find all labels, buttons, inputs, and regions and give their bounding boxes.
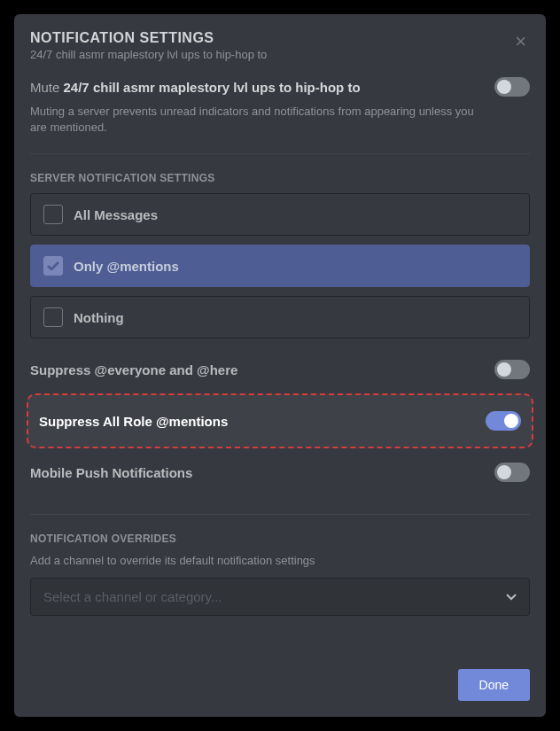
modal-title: NOTIFICATION SETTINGS bbox=[30, 30, 267, 46]
mobile-push-row: Mobile Push Notifications bbox=[30, 448, 530, 496]
mute-prefix: Mute bbox=[30, 80, 64, 95]
mobile-push-label: Mobile Push Notifications bbox=[30, 465, 192, 480]
radio-only-mentions[interactable]: Only @mentions bbox=[30, 245, 530, 287]
modal-footer: Done bbox=[458, 669, 530, 701]
mobile-push-toggle[interactable] bbox=[494, 463, 530, 482]
mute-server-section: Mute 24/7 chill asmr maplestory lvl ups … bbox=[30, 77, 530, 136]
select-placeholder: Select a channel or category... bbox=[43, 589, 222, 604]
server-notification-settings-label: SERVER NOTIFICATION SETTINGS bbox=[30, 172, 530, 184]
checkbox-icon bbox=[43, 256, 63, 276]
checkbox-icon bbox=[43, 205, 63, 224]
mute-server-description: Muting a server prevents unread indicato… bbox=[30, 104, 491, 136]
notification-overrides-label: NOTIFICATION OVERRIDES bbox=[30, 533, 530, 545]
divider bbox=[30, 514, 530, 515]
mute-server-toggle[interactable] bbox=[494, 77, 530, 97]
divider bbox=[30, 153, 530, 154]
notification-settings-modal: NOTIFICATION SETTINGS 24/7 chill asmr ma… bbox=[14, 14, 546, 717]
suppress-everyone-label: Suppress @everyone and @here bbox=[30, 362, 237, 377]
suppress-roles-row: Suppress All Role @mentions bbox=[39, 399, 521, 443]
modal-header: NOTIFICATION SETTINGS 24/7 chill asmr ma… bbox=[30, 30, 530, 61]
suppress-everyone-toggle[interactable] bbox=[494, 360, 530, 379]
suppress-everyone-row: Suppress @everyone and @here bbox=[30, 346, 530, 393]
notification-overrides-description: Add a channel to override its default no… bbox=[30, 554, 530, 567]
done-button[interactable]: Done bbox=[458, 669, 530, 701]
close-icon[interactable]: × bbox=[511, 30, 530, 53]
mute-server-name: 24/7 chill asmr maplestory lvl ups to hi… bbox=[64, 80, 361, 95]
mute-server-label: Mute 24/7 chill asmr maplestory lvl ups … bbox=[30, 80, 361, 95]
suppress-roles-toggle[interactable] bbox=[486, 411, 521, 431]
checkbox-icon bbox=[43, 307, 63, 327]
modal-subtitle: 24/7 chill asmr maplestory lvl ups to hi… bbox=[30, 48, 267, 61]
radio-label: Only @mentions bbox=[74, 259, 179, 274]
highlighted-suppress-roles: Suppress All Role @mentions bbox=[27, 393, 533, 448]
radio-label: All Messages bbox=[74, 207, 158, 222]
chevron-down-icon bbox=[506, 594, 517, 601]
radio-nothing[interactable]: Nothing bbox=[30, 296, 530, 338]
channel-override-select[interactable]: Select a channel or category... bbox=[30, 578, 530, 616]
radio-label: Nothing bbox=[74, 310, 124, 325]
radio-all-messages[interactable]: All Messages bbox=[30, 193, 530, 236]
notification-radio-group: All Messages Only @mentions Nothing bbox=[30, 193, 530, 338]
suppress-roles-label: Suppress All Role @mentions bbox=[39, 414, 228, 429]
